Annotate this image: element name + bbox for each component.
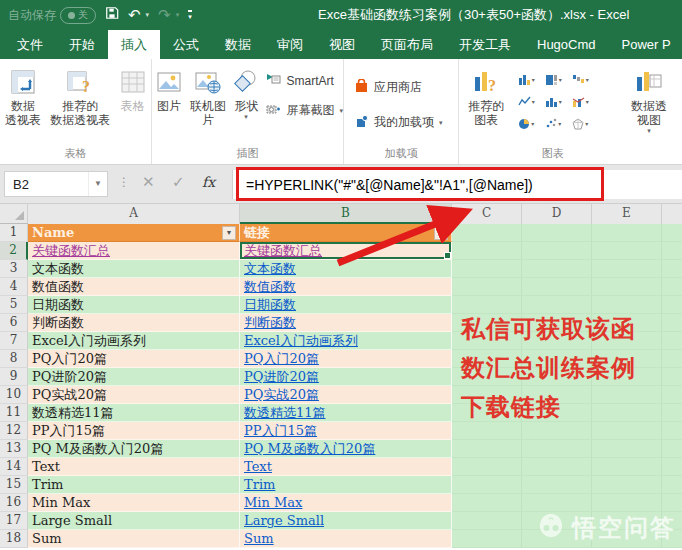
cell-B8-link[interactable]: PQ入门20篇 bbox=[240, 350, 451, 367]
cell-D13[interactable] bbox=[522, 440, 592, 458]
cell-C15[interactable] bbox=[452, 476, 522, 494]
smartart-button[interactable]: SmartArt bbox=[266, 73, 343, 89]
cell-A4[interactable]: 数值函数 bbox=[28, 278, 240, 296]
cancel-button[interactable]: ✕ bbox=[142, 173, 155, 191]
insert-function-button[interactable]: fx bbox=[202, 174, 215, 190]
cell-E1[interactable] bbox=[592, 224, 662, 242]
cell-F8[interactable] bbox=[662, 350, 682, 368]
row-header-3[interactable]: 3 bbox=[0, 260, 28, 278]
cell-A13[interactable]: PQ M及函数入门20篇 bbox=[28, 440, 240, 458]
column-header-C[interactable]: C bbox=[452, 204, 522, 224]
cell-B7[interactable]: Excel入门动画系列 bbox=[240, 332, 452, 350]
my-addins-button[interactable]: 我的加载项 ▾ bbox=[354, 114, 458, 131]
tab-page-layout[interactable]: 页面布局 bbox=[368, 30, 446, 59]
cell-A12[interactable]: PP入门15篇 bbox=[28, 422, 240, 440]
cell-B12[interactable]: PP入门15篇 bbox=[240, 422, 452, 440]
row-header-7[interactable]: 7 bbox=[0, 332, 28, 350]
cell-A1[interactable]: Name ▼ bbox=[28, 224, 240, 242]
cell-B3-link[interactable]: 文本函数 bbox=[240, 260, 451, 277]
cell-B2[interactable]: 关键函数汇总 bbox=[240, 242, 452, 260]
autosave-switch[interactable]: 关 bbox=[60, 7, 96, 24]
cell-D16[interactable] bbox=[522, 494, 592, 512]
cell-B17-link[interactable]: Large Small bbox=[240, 512, 451, 529]
cell-F5[interactable] bbox=[662, 296, 682, 314]
cell-F16[interactable] bbox=[662, 494, 682, 512]
cell-A6[interactable]: 判断函数 bbox=[28, 314, 240, 332]
cell-B15-link[interactable]: Trim bbox=[240, 476, 451, 493]
cell-F7[interactable] bbox=[662, 332, 682, 350]
row-header-1[interactable]: 1 bbox=[0, 224, 28, 242]
cell-D14[interactable] bbox=[522, 458, 592, 476]
cell-B9[interactable]: PQ进阶20篇 bbox=[240, 368, 452, 386]
cell-C18[interactable] bbox=[452, 530, 522, 548]
recommended-charts-button[interactable]: ? 推荐的 图表 bbox=[461, 65, 511, 129]
cell-C3[interactable] bbox=[452, 260, 522, 278]
shapes-button[interactable]: 形状 ▾ bbox=[232, 65, 261, 123]
row-header-8[interactable]: 8 bbox=[0, 350, 28, 368]
redo-dropdown-icon[interactable]: ▾ bbox=[176, 11, 180, 19]
cell-C1[interactable] bbox=[452, 224, 522, 242]
cell-B7-link[interactable]: Excel入门动画系列 bbox=[240, 332, 451, 349]
cell-B8[interactable]: PQ入门20篇 bbox=[240, 350, 452, 368]
cell-A2[interactable]: 关键函数汇总 bbox=[28, 242, 240, 260]
cell-A7[interactable]: Excel入门动画系列 bbox=[28, 332, 240, 350]
row-header-18[interactable]: 18 bbox=[0, 530, 28, 548]
row-header-6[interactable]: 6 bbox=[0, 314, 28, 332]
enter-button[interactable]: ✓ bbox=[172, 173, 185, 191]
fill-handle[interactable] bbox=[444, 252, 451, 259]
cell-B11-link[interactable]: 数透精选11篇 bbox=[240, 404, 451, 421]
cell-A11[interactable]: 数透精选11篇 bbox=[28, 404, 240, 422]
tab-home[interactable]: 开始 bbox=[56, 30, 108, 59]
cell-B13[interactable]: PQ M及函数入门20篇 bbox=[240, 440, 452, 458]
radar-chart-button[interactable]: ▾ bbox=[567, 113, 593, 134]
cell-B5[interactable]: 日期函数 bbox=[240, 296, 452, 314]
filter-dropdown-B1[interactable]: ▼ bbox=[434, 226, 448, 240]
cell-B16-link[interactable]: Min Max bbox=[240, 494, 451, 511]
cell-A16[interactable]: Min Max bbox=[28, 494, 240, 512]
cell-B1[interactable]: 链接 ▼ bbox=[240, 224, 452, 242]
name-box-dropdown-icon[interactable]: ▼ bbox=[88, 172, 107, 196]
table-button[interactable]: 表格 bbox=[115, 65, 151, 115]
cell-A14[interactable]: Text bbox=[28, 458, 240, 476]
cell-B9-link[interactable]: PQ进阶20篇 bbox=[240, 368, 451, 385]
cell-C2[interactable] bbox=[452, 242, 522, 260]
tab-view[interactable]: 视图 bbox=[316, 30, 368, 59]
cell-F2[interactable] bbox=[662, 242, 682, 260]
cell-D3[interactable] bbox=[522, 260, 592, 278]
tab-hugocmd[interactable]: HugoCmd bbox=[524, 30, 609, 59]
cell-F6[interactable] bbox=[662, 314, 682, 332]
undo-button[interactable]: ↶ bbox=[128, 0, 141, 30]
cell-D15[interactable] bbox=[522, 476, 592, 494]
recommended-pivottables-button[interactable]: ? 推荐的 数据透视表 bbox=[48, 65, 113, 129]
cell-B14-link[interactable]: Text bbox=[240, 458, 451, 475]
customize-toolbar-icon[interactable]: ▾ bbox=[188, 10, 192, 20]
undo-dropdown-icon[interactable]: ▾ bbox=[146, 11, 150, 19]
cell-B14[interactable]: Text bbox=[240, 458, 452, 476]
cell-A5[interactable]: 日期函数 bbox=[28, 296, 240, 314]
cell-B4-link[interactable]: 数值函数 bbox=[240, 278, 451, 295]
cell-A18[interactable]: Sum bbox=[28, 530, 240, 548]
column-header-B[interactable]: B bbox=[240, 204, 452, 224]
pivotchart-button[interactable]: 数据透 视图 ▾ bbox=[616, 65, 682, 137]
tab-insert[interactable]: 插入 bbox=[108, 30, 160, 59]
cell-C17[interactable] bbox=[452, 512, 522, 530]
cell-B2-link[interactable]: 关键函数汇总 bbox=[240, 242, 451, 259]
cell-F12[interactable] bbox=[662, 422, 682, 440]
histogram-chart-button[interactable]: ▾ bbox=[540, 91, 566, 112]
cell-F15[interactable] bbox=[662, 476, 682, 494]
column-header-F-sliver[interactable] bbox=[662, 204, 682, 224]
cell-B15[interactable]: Trim bbox=[240, 476, 452, 494]
row-header-2[interactable]: 2 bbox=[0, 242, 28, 260]
autosave-toggle[interactable]: 自动保存 关 bbox=[8, 7, 96, 24]
row-header-16[interactable]: 16 bbox=[0, 494, 28, 512]
cell-B3[interactable]: 文本函数 bbox=[240, 260, 452, 278]
filter-dropdown-A1[interactable]: ▼ bbox=[222, 226, 236, 240]
scatter-chart-button[interactable]: ▾ bbox=[540, 113, 566, 134]
cell-F4[interactable] bbox=[662, 278, 682, 296]
column-header-A[interactable]: A bbox=[28, 204, 240, 224]
cell-A8[interactable]: PQ入门20篇 bbox=[28, 350, 240, 368]
cell-D1[interactable] bbox=[522, 224, 592, 242]
cell-F13[interactable] bbox=[662, 440, 682, 458]
cell-F10[interactable] bbox=[662, 386, 682, 404]
cell-B5-link[interactable]: 日期函数 bbox=[240, 296, 451, 313]
